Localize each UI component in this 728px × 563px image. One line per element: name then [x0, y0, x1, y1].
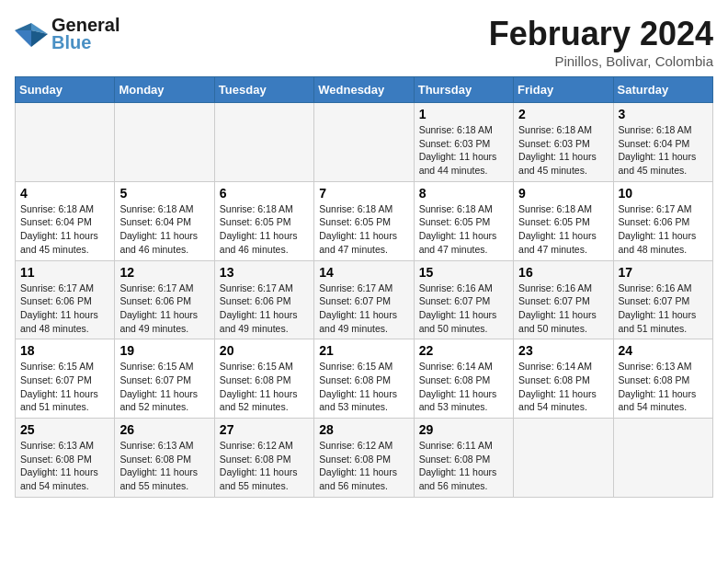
day-number: 28: [319, 422, 408, 437]
day-number: 7: [319, 186, 408, 201]
day-info: Sunrise: 6:16 AM Sunset: 6:07 PM Dayligh…: [619, 282, 708, 336]
day-number: 13: [220, 265, 309, 280]
day-info: Sunrise: 6:12 AM Sunset: 6:08 PM Dayligh…: [220, 439, 309, 493]
calendar-cell: 15Sunrise: 6:16 AM Sunset: 6:07 PM Dayli…: [414, 260, 513, 339]
day-number: 3: [619, 107, 708, 121]
day-info: Sunrise: 6:14 AM Sunset: 6:08 PM Dayligh…: [419, 360, 508, 414]
day-info: Sunrise: 6:15 AM Sunset: 6:07 PM Dayligh…: [20, 360, 109, 414]
day-number: 4: [20, 186, 109, 201]
day-info: Sunrise: 6:17 AM Sunset: 6:06 PM Dayligh…: [220, 282, 309, 336]
calendar-week-3: 18Sunrise: 6:15 AM Sunset: 6:07 PM Dayli…: [16, 339, 713, 419]
calendar-cell: 11Sunrise: 6:17 AM Sunset: 6:06 PM Dayli…: [16, 260, 115, 339]
day-info: Sunrise: 6:18 AM Sunset: 6:03 PM Dayligh…: [419, 123, 508, 178]
day-number: 9: [518, 186, 608, 201]
day-number: 26: [119, 422, 209, 437]
header: General Blue February 2024 Pinillos, Bol…: [15, 15, 713, 69]
calendar-cell: 1Sunrise: 6:18 AM Sunset: 6:03 PM Daylig…: [414, 103, 513, 182]
day-info: Sunrise: 6:15 AM Sunset: 6:08 PM Dayligh…: [319, 360, 408, 414]
day-info: Sunrise: 6:18 AM Sunset: 6:04 PM Dayligh…: [20, 202, 109, 257]
day-info: Sunrise: 6:18 AM Sunset: 6:03 PM Dayligh…: [518, 123, 608, 178]
header-tuesday: Tuesday: [214, 77, 313, 103]
header-sunday: Sunday: [16, 77, 115, 103]
day-info: Sunrise: 6:18 AM Sunset: 6:05 PM Dayligh…: [419, 202, 508, 257]
day-info: Sunrise: 6:17 AM Sunset: 6:06 PM Dayligh…: [20, 282, 109, 336]
calendar-week-4: 25Sunrise: 6:13 AM Sunset: 6:08 PM Dayli…: [16, 419, 713, 498]
day-info: Sunrise: 6:14 AM Sunset: 6:08 PM Dayligh…: [518, 360, 608, 414]
svg-marker-3: [15, 30, 31, 47]
calendar-cell: 13Sunrise: 6:17 AM Sunset: 6:06 PM Dayli…: [214, 260, 313, 339]
calendar-cell: 16Sunrise: 6:16 AM Sunset: 6:07 PM Dayli…: [514, 260, 613, 339]
day-info: Sunrise: 6:18 AM Sunset: 6:04 PM Dayligh…: [619, 123, 708, 178]
day-number: 14: [319, 265, 408, 280]
calendar-cell: 6Sunrise: 6:18 AM Sunset: 6:05 PM Daylig…: [214, 181, 313, 260]
calendar-week-2: 11Sunrise: 6:17 AM Sunset: 6:06 PM Dayli…: [16, 260, 713, 339]
title-area: February 2024 Pinillos, Bolivar, Colombi…: [489, 15, 713, 69]
calendar-cell: 9Sunrise: 6:18 AM Sunset: 6:05 PM Daylig…: [514, 181, 613, 260]
calendar-cell: 14Sunrise: 6:17 AM Sunset: 6:07 PM Dayli…: [314, 260, 414, 339]
calendar-table: SundayMondayTuesdayWednesdayThursdayFrid…: [15, 76, 713, 498]
day-number: 6: [220, 186, 309, 201]
calendar-cell: 4Sunrise: 6:18 AM Sunset: 6:04 PM Daylig…: [16, 181, 115, 260]
calendar-cell: 23Sunrise: 6:14 AM Sunset: 6:08 PM Dayli…: [514, 339, 613, 419]
day-info: Sunrise: 6:17 AM Sunset: 6:06 PM Dayligh…: [119, 282, 209, 336]
calendar-week-1: 4Sunrise: 6:18 AM Sunset: 6:04 PM Daylig…: [16, 181, 713, 260]
day-number: 1: [419, 107, 508, 121]
day-number: 10: [619, 186, 708, 201]
day-number: 17: [619, 265, 708, 280]
day-info: Sunrise: 6:18 AM Sunset: 6:05 PM Dayligh…: [220, 202, 309, 257]
logo-bird-icon: [15, 21, 48, 47]
calendar-cell: 29Sunrise: 6:11 AM Sunset: 6:08 PM Dayli…: [414, 419, 513, 498]
day-info: Sunrise: 6:16 AM Sunset: 6:07 PM Dayligh…: [419, 282, 508, 336]
calendar-cell: 12Sunrise: 6:17 AM Sunset: 6:06 PM Dayli…: [115, 260, 214, 339]
header-monday: Monday: [115, 77, 214, 103]
day-info: Sunrise: 6:13 AM Sunset: 6:08 PM Dayligh…: [119, 439, 209, 493]
calendar-cell: 17Sunrise: 6:16 AM Sunset: 6:07 PM Dayli…: [613, 260, 712, 339]
calendar-cell: [214, 103, 313, 182]
calendar-cell: 10Sunrise: 6:17 AM Sunset: 6:06 PM Dayli…: [613, 181, 712, 260]
day-info: Sunrise: 6:16 AM Sunset: 6:07 PM Dayligh…: [518, 282, 608, 336]
calendar-cell: [514, 419, 613, 498]
calendar-week-0: 1Sunrise: 6:18 AM Sunset: 6:03 PM Daylig…: [16, 103, 713, 182]
day-number: 15: [419, 265, 508, 280]
day-info: Sunrise: 6:13 AM Sunset: 6:08 PM Dayligh…: [20, 439, 109, 493]
day-info: Sunrise: 6:12 AM Sunset: 6:08 PM Dayligh…: [319, 439, 408, 493]
day-info: Sunrise: 6:13 AM Sunset: 6:08 PM Dayligh…: [619, 360, 708, 414]
day-number: 8: [419, 186, 508, 201]
logo: General Blue: [15, 15, 119, 53]
calendar-cell: 3Sunrise: 6:18 AM Sunset: 6:04 PM Daylig…: [613, 103, 712, 182]
calendar-cell: 8Sunrise: 6:18 AM Sunset: 6:05 PM Daylig…: [414, 181, 513, 260]
day-info: Sunrise: 6:18 AM Sunset: 6:05 PM Dayligh…: [518, 202, 608, 257]
day-number: 20: [220, 343, 309, 358]
day-info: Sunrise: 6:15 AM Sunset: 6:07 PM Dayligh…: [119, 360, 209, 414]
day-info: Sunrise: 6:18 AM Sunset: 6:04 PM Dayligh…: [119, 202, 209, 257]
day-number: 27: [220, 422, 309, 437]
header-saturday: Saturday: [613, 77, 712, 103]
day-info: Sunrise: 6:11 AM Sunset: 6:08 PM Dayligh…: [419, 439, 508, 493]
day-number: 29: [419, 422, 508, 437]
calendar-cell: 19Sunrise: 6:15 AM Sunset: 6:07 PM Dayli…: [115, 339, 214, 419]
calendar-cell: [115, 103, 214, 182]
calendar-cell: 5Sunrise: 6:18 AM Sunset: 6:04 PM Daylig…: [115, 181, 214, 260]
calendar-cell: [314, 103, 414, 182]
calendar-cell: 21Sunrise: 6:15 AM Sunset: 6:08 PM Dayli…: [314, 339, 414, 419]
calendar-cell: 28Sunrise: 6:12 AM Sunset: 6:08 PM Dayli…: [314, 419, 414, 498]
logo-blue: Blue: [51, 32, 91, 53]
day-number: 25: [20, 422, 109, 437]
header-friday: Friday: [514, 77, 613, 103]
day-number: 2: [518, 107, 608, 121]
day-number: 22: [419, 343, 508, 358]
day-number: 18: [20, 343, 109, 358]
day-number: 16: [518, 265, 608, 280]
calendar-cell: [16, 103, 115, 182]
day-number: 21: [319, 343, 408, 358]
header-wednesday: Wednesday: [314, 77, 414, 103]
day-number: 23: [518, 343, 608, 358]
day-number: 5: [119, 186, 209, 201]
day-info: Sunrise: 6:18 AM Sunset: 6:05 PM Dayligh…: [319, 202, 408, 257]
header-thursday: Thursday: [414, 77, 513, 103]
calendar-cell: [613, 419, 712, 498]
calendar-cell: 18Sunrise: 6:15 AM Sunset: 6:07 PM Dayli…: [16, 339, 115, 419]
calendar-cell: 2Sunrise: 6:18 AM Sunset: 6:03 PM Daylig…: [514, 103, 613, 182]
day-info: Sunrise: 6:15 AM Sunset: 6:08 PM Dayligh…: [220, 360, 309, 414]
day-number: 11: [20, 265, 109, 280]
